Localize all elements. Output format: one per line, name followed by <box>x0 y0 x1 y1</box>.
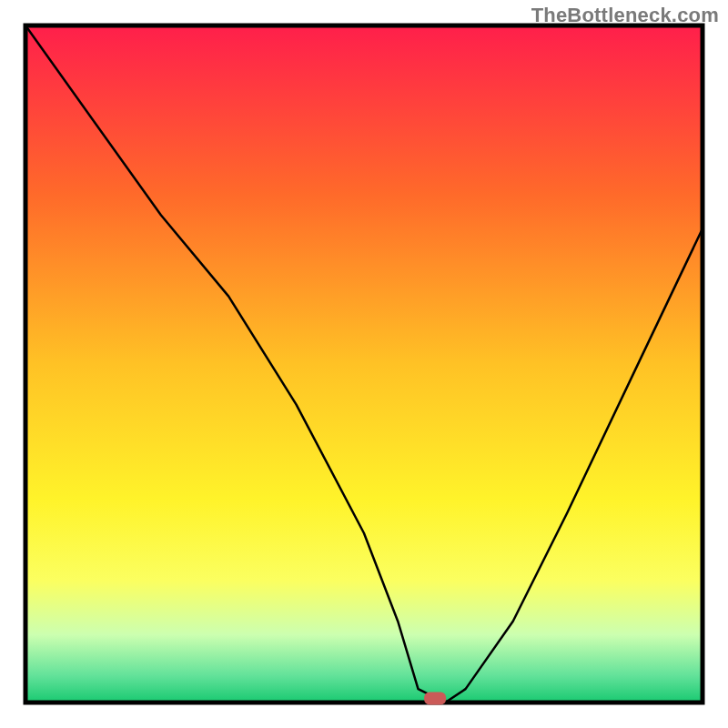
chart-container: TheBottleneck.com <box>0 0 728 728</box>
watermark-text: TheBottleneck.com <box>531 4 719 27</box>
gradient-background <box>25 25 703 703</box>
bottleneck-chart <box>0 0 728 728</box>
optimal-marker <box>424 693 446 705</box>
